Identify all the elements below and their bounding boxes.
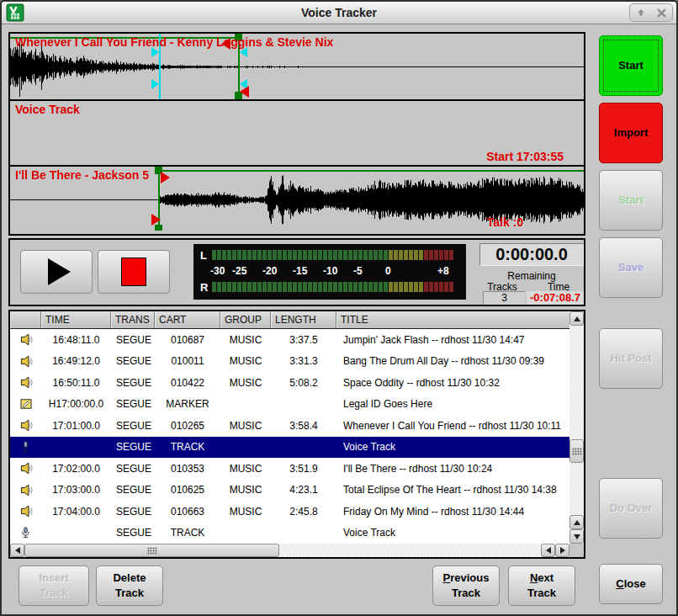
scroll-right-button[interactable] [555, 544, 569, 557]
close-window-button[interactable] [651, 4, 672, 21]
meter-scale-label: -25 [232, 265, 246, 277]
meter-segment [247, 282, 252, 292]
meter-segment [257, 282, 262, 292]
meter-segment [363, 282, 368, 292]
scroll-left-button-2[interactable] [541, 544, 555, 557]
log-list: TIMETRANSCARTGROUPLENGTHTITLE 16:48:11.0… [8, 310, 585, 559]
scroll-down-button[interactable] [569, 529, 584, 544]
meter-segment [333, 250, 337, 260]
next-track-title: I'll Be There - Jackson 5 [15, 168, 149, 182]
play-button[interactable] [20, 250, 93, 294]
meter-segment [399, 250, 403, 260]
meter-segment [257, 250, 262, 260]
log-row[interactable]: 16:49:12.0SEGUE010011MUSIC3:31.3Bang The… [10, 351, 569, 373]
left-arrow-icon [15, 547, 20, 554]
meter-segment [419, 250, 423, 260]
start-marker-handle[interactable] [155, 225, 162, 231]
horizontal-scrollbar[interactable] [10, 544, 569, 557]
insert-track-button[interactable]: Insert Track [19, 566, 89, 606]
cell-title: Bang The Drum All Day -- rdhost 11/30 09… [336, 355, 569, 367]
log-row[interactable]: 16:48:11.0SEGUE010687MUSIC3:37.5Jumpin' … [10, 329, 569, 351]
meter-segment [237, 250, 241, 260]
log-row[interactable]: 17:02:00.0SEGUE010353MUSIC3:51.9I'll Be … [10, 458, 569, 480]
meter-segment [414, 250, 418, 260]
meter-segment [247, 250, 252, 260]
shade-window-button[interactable] [630, 4, 651, 21]
column-header-group[interactable]: GROUP [220, 311, 271, 328]
cell-length: 3:31.3 [271, 355, 336, 367]
log-row[interactable]: H17:00:00.0SEGUEMARKERLegal ID Goes Here [10, 394, 569, 416]
scroll-up-button-2[interactable] [569, 515, 584, 529]
scroll-up-button[interactable] [569, 311, 584, 326]
column-header-time[interactable]: TIME [41, 311, 111, 328]
meter-segment [283, 282, 287, 292]
log-row[interactable]: 16:50:11.0SEGUE010422MUSIC5:08.2Space Od… [10, 372, 569, 394]
column-header-icon[interactable] [10, 311, 41, 328]
speaker-icon [10, 332, 41, 347]
meter-segment [394, 250, 398, 260]
play-icon [48, 258, 71, 285]
do-over-button[interactable]: Do Over [599, 478, 663, 539]
fade-level-line[interactable] [159, 170, 584, 172]
vertical-scroll-thumb[interactable] [569, 439, 584, 463]
delete-track-button[interactable]: Delete Track [96, 566, 163, 606]
record-start-button[interactable]: Start [599, 170, 663, 231]
cell-time: 17:02:00.0 [41, 463, 111, 475]
previous-track-waveform-panel[interactable]: Whenever I Call You Friend - Kenny Loggi… [10, 34, 584, 99]
start-button[interactable]: Start [599, 35, 663, 96]
meter-segment [303, 282, 307, 292]
next-track-button[interactable]: Next Track [508, 566, 575, 606]
meter-segment [444, 282, 448, 292]
cell-length: 3:37.5 [271, 334, 336, 346]
save-button[interactable]: Save [599, 237, 663, 298]
voice-track-waveform-panel[interactable]: Voice Track Start 17:03:55 [10, 99, 584, 165]
meter-segment [308, 282, 312, 292]
speaker-icon [10, 418, 41, 433]
down-arrow-icon [574, 534, 580, 539]
thumb-grip [147, 547, 157, 555]
elapsed-time-display: 0:00:00.0 [479, 243, 584, 266]
column-header-length[interactable]: LENGTH [271, 311, 336, 328]
cell-cart: 010625 [155, 484, 220, 496]
start-button-label: Start [618, 58, 644, 73]
next-track-waveform-panel[interactable]: I'll Be There - Jackson 5 Talk :0 [10, 165, 584, 231]
stop-button[interactable] [98, 250, 170, 294]
meter-segment [222, 250, 226, 260]
next-track-label-1: Next [530, 571, 554, 586]
save-button-label: Save [618, 260, 644, 275]
meter-segment [358, 250, 363, 260]
cell-cart: MARKER [155, 398, 220, 410]
column-header-trans[interactable]: TRANS [111, 311, 155, 328]
meter-segment [227, 250, 231, 260]
scroll-left-button[interactable] [10, 544, 24, 557]
previous-track-button[interactable]: Previous Track [432, 566, 500, 606]
start-pointer[interactable] [151, 214, 161, 226]
speaker-icon [10, 504, 41, 518]
titlebar[interactable]: Voice Tracker [2, 2, 676, 24]
column-header-title[interactable]: TITLE [336, 311, 569, 328]
meter-segment [409, 250, 413, 260]
import-button[interactable]: Import [599, 103, 663, 163]
end-pointer[interactable] [240, 86, 249, 98]
meter-segment [414, 282, 418, 292]
do-over-button-label: Do Over [610, 501, 653, 516]
cell-cart: 010663 [155, 506, 220, 518]
left-arrow-icon [546, 547, 551, 554]
log-row[interactable]: 17:03:00.0SEGUE010625MUSIC4:23.1Total Ec… [10, 480, 569, 502]
hit-post-button[interactable]: Hit Post [599, 328, 663, 389]
cell-cart: TRACK [155, 527, 220, 539]
log-row[interactable]: 17:01:00.0SEGUE010265MUSIC3:58.4Whenever… [10, 415, 569, 437]
start-pointer[interactable] [161, 172, 170, 183]
log-row[interactable]: SEGUETRACKVoice Track [10, 523, 569, 544]
window-controls [629, 3, 673, 22]
meter-segment [288, 250, 292, 260]
log-row[interactable]: 17:04:00.0SEGUE010663MUSIC2:45.8Friday O… [10, 501, 569, 523]
meter-segment [252, 282, 257, 292]
meter-segment [343, 282, 347, 292]
talk-marker-handle[interactable] [151, 79, 159, 89]
horizontal-scroll-thumb[interactable] [24, 544, 279, 557]
log-row[interactable]: SEGUETRACKVoice Track [10, 437, 569, 459]
close-button[interactable]: Close [599, 564, 663, 604]
column-header-cart[interactable]: CART [155, 311, 220, 328]
vertical-scrollbar[interactable] [569, 311, 584, 544]
